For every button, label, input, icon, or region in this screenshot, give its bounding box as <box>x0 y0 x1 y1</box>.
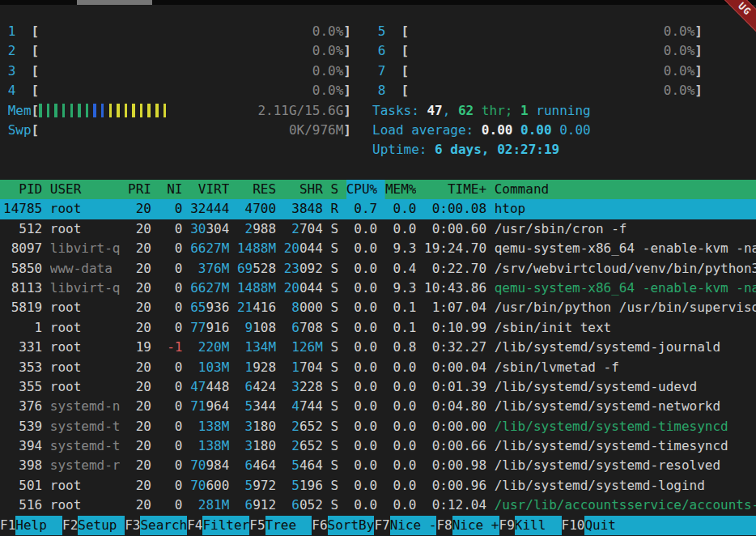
window-top-strip <box>0 0 756 5</box>
cell-time: 0:00.08 <box>424 199 486 219</box>
meter-bar <box>93 104 96 117</box>
tasks-summary: Tasks: 47, 62 thr; 1 running <box>372 101 706 121</box>
process-row[interactable]: 355root2004744864243228S0.00.00:01.39/li… <box>0 377 756 397</box>
column-header-mem[interactable]: MEM% <box>385 180 417 199</box>
cell-cpu: 0.7 <box>346 199 378 219</box>
f7-nice-button[interactable]: Nice - <box>390 516 437 535</box>
top-scrollbar-thumb[interactable] <box>77 0 152 5</box>
column-header-time[interactable]: TIME+ <box>424 180 486 199</box>
column-header-ni[interactable]: NI <box>159 180 183 199</box>
cell-mem: 0.0 <box>385 219 417 239</box>
cpu-meter-1: 1 [0.0%] <box>0 22 351 41</box>
cell-cpu: 0.0 <box>346 377 378 397</box>
cell-res: 4700 <box>237 199 276 219</box>
cell-mem: 0.0 <box>385 456 417 475</box>
process-row[interactable]: 5850www-data200376M6952823092S0.00.40:22… <box>0 259 756 279</box>
process-row[interactable]: 8097libvirt-q2006627M1488M20044S0.09.319… <box>0 239 756 258</box>
process-row[interactable]: 501root2007060059725196S0.00.00:00.96/li… <box>0 476 756 496</box>
process-row[interactable]: 516root200281M69126052S0.00.00:12.04/usr… <box>0 496 756 515</box>
column-header-cmd[interactable]: Command <box>495 180 756 199</box>
process-row[interactable]: 539systemd-t200138M31802652S0.00.00:00.0… <box>0 417 756 436</box>
process-row[interactable]: 5819root20065936214168000S0.00.11:07.04/… <box>0 298 756 317</box>
column-header-virt[interactable]: VIRT <box>190 180 229 199</box>
cell-shr: 4744 <box>284 397 323 416</box>
cell-res: 3180 <box>237 436 276 456</box>
f5-tree-button[interactable]: Tree <box>265 516 312 535</box>
column-header-cpu[interactable]: CPU% <box>346 180 378 199</box>
cell-pid: 331 <box>3 338 42 357</box>
cell-cpu: 0.0 <box>346 279 378 298</box>
cell-res: 9108 <box>237 318 276 338</box>
cell-ni: 0 <box>159 199 183 219</box>
f3-search-button[interactable]: Search <box>140 516 187 535</box>
meter-label: 8 <box>370 81 401 100</box>
meter-open-bracket: [ <box>401 62 410 81</box>
f8-nice-button[interactable]: Nice + <box>452 516 499 535</box>
process-row[interactable]: 512root2003030429882704S0.00.00:00.60/us… <box>0 219 756 239</box>
process-row[interactable]: 398systemd-r2007098464645464S0.00.00:00.… <box>0 456 756 475</box>
cell-pid: 353 <box>3 358 42 377</box>
cell-shr: 3848 <box>284 199 323 219</box>
column-header-pri[interactable]: PRI <box>128 180 151 199</box>
fkey-label-f7: F7 <box>374 516 389 535</box>
process-row[interactable]: 394systemd-t200138M31802652S0.00.00:00.6… <box>0 436 756 456</box>
f2-setup-button[interactable]: Setup <box>78 516 125 535</box>
column-header-shr[interactable]: SHR <box>284 180 323 199</box>
f9-kill-button[interactable]: Kill <box>515 516 562 535</box>
cell-time: 0:00.04 <box>424 358 486 377</box>
column-header-user[interactable]: USER <box>50 180 121 199</box>
cell-pri: 20 <box>128 318 151 338</box>
meter-bar <box>47 104 50 117</box>
cell-cmd: /lib/systemd/systemd-journald <box>495 338 756 357</box>
cell-cmd: /lib/systemd/systemd-timesyncd <box>495 417 756 436</box>
cell-cpu: 0.0 <box>346 338 378 357</box>
meter-value: 0K/976M <box>289 121 343 140</box>
cell-virt: 138M <box>190 417 229 436</box>
cell-res: 5972 <box>237 476 276 496</box>
meter-close-bracket: ] <box>343 41 351 61</box>
f10-quit-button[interactable]: Quit <box>584 516 756 535</box>
column-header-pid[interactable]: PID <box>3 180 42 199</box>
cell-pid: 14785 <box>3 199 42 219</box>
cell-user: root <box>50 476 121 496</box>
process-row[interactable]: 14785root2003244447003848R0.70.00:00.08h… <box>0 199 756 219</box>
column-header-res[interactable]: RES <box>237 180 276 199</box>
process-row[interactable]: 1root2007791691086708S0.00.10:10.99/sbin… <box>0 318 756 338</box>
process-row[interactable]: 8113libvirt-q2006627M1488M20044S0.09.310… <box>0 279 756 298</box>
meter-bar <box>78 104 81 117</box>
meter-close-bracket: ] <box>694 41 703 61</box>
column-header-s[interactable]: S <box>330 180 338 199</box>
cell-time: 0:00.00 <box>424 417 486 436</box>
cell-user: root <box>50 318 121 338</box>
fkey-label-f6: F6 <box>312 516 327 535</box>
fkey-label-f3: F3 <box>125 516 140 535</box>
cpu-meter-7: 7 [0.0%] <box>370 62 703 81</box>
f4-filter-button[interactable]: Filter <box>202 516 249 535</box>
cell-time: 0:01.39 <box>424 377 486 397</box>
cell-virt: 103M <box>190 358 229 377</box>
process-row[interactable]: 376systemd-n2007196453444744S0.00.00:04.… <box>0 397 756 416</box>
meter-bar <box>117 104 120 117</box>
cell-shr: 5196 <box>284 476 323 496</box>
f1-help-button[interactable]: Help <box>15 516 62 535</box>
meter-bar <box>101 104 104 117</box>
process-row[interactable]: 353root200103M19281704S0.00.00:00.04/sbi… <box>0 358 756 377</box>
cell-mem: 0.0 <box>385 377 417 397</box>
cell-s: S <box>330 279 338 298</box>
cell-cpu: 0.0 <box>346 259 378 279</box>
meter-close-bracket: ] <box>343 121 351 140</box>
meter-close-bracket: ] <box>694 62 703 81</box>
cell-time: 0:00.96 <box>424 476 486 496</box>
cell-cpu: 0.0 <box>346 476 378 496</box>
cell-user: systemd-t <box>50 417 121 436</box>
cell-pid: 5819 <box>3 298 42 317</box>
cell-shr: 8000 <box>284 298 323 317</box>
cell-time: 0:22.70 <box>424 259 486 279</box>
load-average-summary: Load average: 0.00 0.00 0.00 <box>372 121 706 140</box>
f6-sortby-button[interactable]: SortBy <box>328 516 375 535</box>
process-row[interactable]: 331root19-1220M134M126MS0.00.80:32.27/li… <box>0 338 756 357</box>
meter-value: 0.0% <box>312 22 344 41</box>
cell-mem: 0.4 <box>385 259 417 279</box>
cell-s: S <box>330 377 338 397</box>
meter-close-bracket: ] <box>694 81 703 100</box>
